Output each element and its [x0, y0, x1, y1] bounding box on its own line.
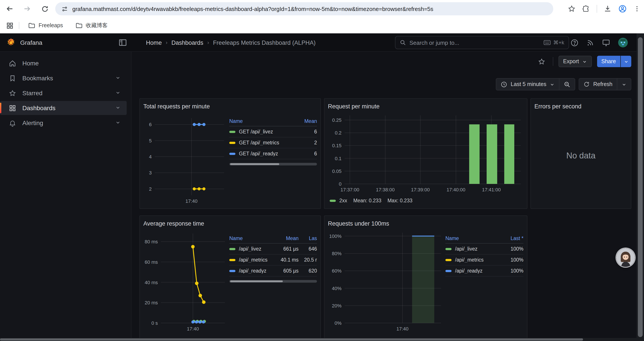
downloads-icon[interactable]	[604, 5, 612, 13]
zoom-out-button[interactable]	[560, 79, 575, 90]
legend-column-header[interactable]: Name	[229, 117, 298, 126]
search-shortcut: ⌘+k	[553, 40, 564, 46]
assistant-avatar[interactable]	[616, 248, 635, 267]
chevron-down-icon[interactable]	[115, 104, 120, 112]
series-swatch	[229, 153, 236, 155]
chevron-down-icon[interactable]	[115, 119, 120, 126]
legend-series-name[interactable]: /api/_livez	[446, 244, 501, 254]
grafana-brand[interactable]: Grafana	[6, 33, 42, 52]
vertical-scrollbar[interactable]	[636, 33, 644, 338]
panel-requests-under-100ms[interactable]: Requests under 100ms 100%80%60%40%20%0%1…	[324, 215, 528, 338]
home-icon	[9, 60, 16, 67]
sidebar-toggle-icon[interactable]	[118, 38, 127, 47]
legend-scrollbar-thumb[interactable]	[230, 280, 283, 282]
share-menu-caret[interactable]	[621, 56, 631, 67]
user-avatar[interactable]	[618, 37, 628, 48]
panel-errors-per-second[interactable]: Errors per second No data	[530, 98, 631, 209]
legend-value: 605 µs	[275, 265, 298, 276]
share-button[interactable]: Share	[597, 56, 620, 67]
breadcrumb-dashboards[interactable]: Dashboards	[172, 39, 204, 46]
bookmark-folder-blogs[interactable]: 收藏博客	[72, 20, 111, 31]
panel-total-requests[interactable]: Total requests per minute 6543217:40 Nam…	[140, 98, 321, 209]
screen: grafana.mathmast.com/d/deytv4rwavabkb/fr…	[0, 0, 644, 341]
profile-icon[interactable]	[618, 5, 627, 13]
bookmarks-divider	[19, 22, 19, 29]
series-swatch	[229, 131, 236, 133]
legend-column-header[interactable]: Las	[298, 234, 317, 244]
legend-mean: Mean: 0.233	[353, 198, 382, 203]
chevron-down-icon[interactable]	[115, 90, 120, 97]
legend-series-name[interactable]: GET /api/_metrics	[229, 137, 298, 148]
breadcrumb-home[interactable]: Home	[146, 39, 162, 46]
monitor-icon[interactable]	[602, 38, 610, 47]
refresh-interval-caret[interactable]	[617, 79, 631, 90]
time-controls: Last 5 minutes Refresh	[132, 77, 636, 91]
legend-series-name[interactable]: /api/_readyz	[229, 265, 275, 276]
series-swatch	[330, 199, 336, 202]
refresh-button[interactable]: Refresh	[579, 79, 617, 90]
help-icon[interactable]	[570, 38, 579, 47]
bookmark-star-icon[interactable]	[568, 5, 576, 13]
panel-title[interactable]: Request per minute	[328, 102, 524, 112]
panel-title[interactable]: Requests under 100ms	[328, 219, 524, 229]
svg-text:40 ms: 40 ms	[145, 280, 158, 285]
sidebar-item-home[interactable]: Home	[0, 56, 127, 70]
legend-column-header[interactable]: Name	[229, 234, 275, 244]
favorite-star-icon[interactable]	[536, 56, 547, 67]
extensions-icon[interactable]	[582, 5, 590, 13]
sidebar-item-alerting[interactable]: Alerting	[0, 116, 127, 130]
legend-series-name[interactable]: /api/_readyz	[446, 265, 501, 276]
legend-value: 661 µs	[275, 244, 298, 254]
svg-text:0 s: 0 s	[152, 320, 158, 326]
chevron-down-icon[interactable]	[115, 75, 120, 82]
site-settings-icon[interactable]	[62, 6, 68, 12]
panel-title[interactable]: Average response time	[143, 219, 317, 229]
url-text[interactable]: grafana.mathmast.com/d/deytv4rwavabkb/fr…	[72, 6, 433, 12]
legend-series-name[interactable]: /api/_metrics	[229, 254, 275, 265]
no-data-message: No data	[534, 112, 627, 200]
back-icon[interactable]	[5, 5, 14, 13]
export-button[interactable]: Export	[558, 56, 592, 67]
legend-scrollbar[interactable]	[229, 163, 317, 165]
legend-series-name[interactable]: GET /api/_livez	[229, 126, 298, 137]
address-bar[interactable]: grafana.mathmast.com/d/deytv4rwavabkb/fr…	[55, 2, 553, 15]
panel-title[interactable]: Errors per second	[534, 102, 627, 112]
legend-series-name[interactable]: /api/_livez	[229, 244, 275, 254]
series-swatch	[229, 270, 236, 272]
apps-grid-icon[interactable]	[6, 22, 14, 29]
legend-item-2xx[interactable]: 2xx	[330, 198, 347, 203]
legend-series-name[interactable]: GET /api/_readyz	[229, 148, 298, 159]
legend-column-header[interactable]: Mean	[275, 234, 298, 244]
search-input[interactable]: Search or jump to... ⌘+k	[395, 36, 569, 49]
horizontal-scrollbar-thumb[interactable]	[0, 338, 583, 340]
svg-text:17:39:00: 17:39:00	[411, 187, 430, 192]
legend-column-header[interactable]: Last *	[501, 234, 524, 244]
panel-title[interactable]: Total requests per minute	[143, 102, 317, 112]
sidebar-item-bookmarks[interactable]: Bookmarks	[0, 71, 127, 85]
legend-scrollbar-thumb[interactable]	[230, 163, 279, 165]
total-requests-chart: 6543217:40	[143, 112, 227, 206]
legend-value: 2	[298, 137, 317, 148]
bookmark-folder-freeleaps[interactable]: Freeleaps	[24, 20, 66, 31]
legend-column-header[interactable]: Mean	[298, 117, 317, 126]
dashboards-grid-icon	[9, 104, 16, 112]
svg-text:6: 6	[149, 122, 152, 127]
legend-series-name[interactable]: /api/_metrics	[446, 254, 501, 265]
panel-legend: 2xx Mean: 0.233 Max: 0.233	[328, 198, 524, 203]
horizontal-scrollbar[interactable]	[0, 338, 644, 341]
vertical-scrollbar-thumb[interactable]	[638, 37, 643, 337]
breadcrumb-current: Freeleaps Metrics Dashboard (ALPHA)	[213, 39, 316, 46]
panel-legend: NameMeanGET /api/_livez6GET /api/_metric…	[229, 112, 317, 206]
time-range-picker[interactable]: Last 5 minutes	[496, 79, 559, 90]
browser-menu-icon[interactable]	[634, 5, 640, 12]
panel-legend: NameMeanLas/api/_livez661 µs646/api/_met…	[229, 229, 317, 335]
reload-icon[interactable]	[40, 5, 49, 13]
sidebar-item-dashboards[interactable]: Dashboards	[0, 101, 127, 115]
news-rss-icon[interactable]	[586, 38, 594, 47]
legend-scrollbar[interactable]	[229, 280, 317, 283]
panel-request-per-minute[interactable]: Request per minute 0.250.20.150.10.05017…	[324, 98, 528, 209]
svg-text:17:40: 17:40	[396, 326, 408, 331]
panel-average-response-time[interactable]: Average response time 80 ms60 ms40 ms20 …	[140, 215, 321, 338]
legend-column-header[interactable]: Name	[446, 234, 501, 244]
sidebar-item-starred[interactable]: Starred	[0, 86, 127, 100]
